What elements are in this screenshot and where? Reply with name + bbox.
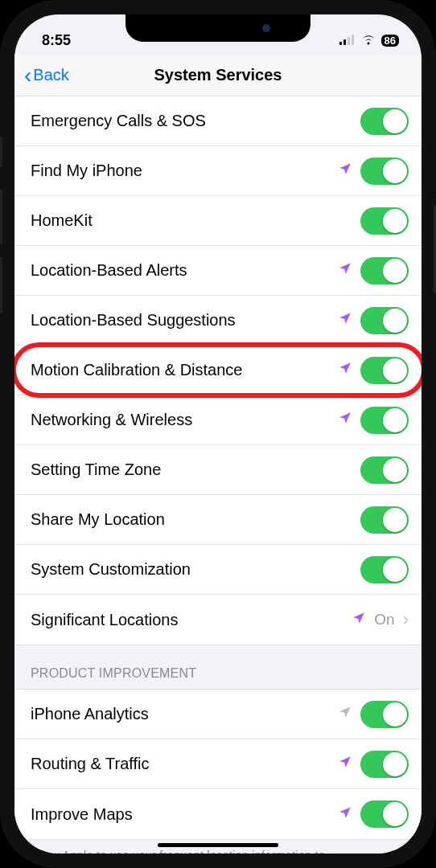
wifi-icon bbox=[360, 32, 376, 49]
location-arrow-icon bbox=[338, 705, 352, 723]
content-scroll[interactable]: Emergency Calls & SOSFind My iPhoneHomeK… bbox=[14, 96, 422, 854]
status-time: 8:55 bbox=[42, 32, 71, 49]
row-label: System Customization bbox=[31, 560, 360, 579]
chevron-right-icon: › bbox=[403, 609, 409, 630]
settings-row-setting-time-zone: Setting Time Zone bbox=[14, 445, 422, 495]
row-trail: On› bbox=[352, 609, 409, 630]
toggle-switch[interactable] bbox=[360, 556, 409, 583]
row-detail: On bbox=[374, 611, 394, 628]
row-trail bbox=[338, 751, 409, 778]
row-trail bbox=[360, 457, 409, 484]
toggle-switch[interactable] bbox=[360, 207, 409, 235]
status-right: 86 bbox=[339, 32, 399, 49]
row-trail bbox=[338, 407, 409, 434]
row-label: Emergency Calls & SOS bbox=[31, 112, 360, 130]
battery-indicator: 86 bbox=[381, 35, 399, 47]
svg-rect-0 bbox=[339, 42, 342, 45]
settings-row-emergency-calls-sos: Emergency Calls & SOS bbox=[14, 96, 422, 146]
toggle-switch[interactable] bbox=[360, 506, 409, 534]
page-title: System Services bbox=[14, 66, 422, 84]
cellular-icon bbox=[339, 32, 356, 49]
settings-row-share-my-location: Share My Location bbox=[14, 495, 422, 545]
row-label: Improve Maps bbox=[31, 805, 338, 824]
back-button[interactable]: ‹ Back bbox=[24, 64, 69, 87]
row-label: Significant Locations bbox=[31, 611, 352, 629]
location-arrow-icon bbox=[338, 162, 352, 180]
location-arrow-icon bbox=[338, 311, 352, 330]
improvement-group: iPhone AnalyticsRouting & TrafficImprove… bbox=[14, 689, 422, 840]
location-arrow-icon bbox=[338, 805, 352, 824]
row-trail bbox=[338, 701, 409, 728]
row-trail bbox=[338, 800, 409, 828]
toggle-switch[interactable] bbox=[360, 158, 409, 185]
svg-rect-1 bbox=[343, 39, 346, 45]
row-trail bbox=[360, 556, 409, 583]
toggle-switch[interactable] bbox=[360, 701, 409, 728]
settings-row-location-based-suggestions: Location-Based Suggestions bbox=[14, 296, 422, 346]
location-arrow-icon bbox=[352, 611, 366, 629]
location-arrow-icon bbox=[338, 261, 352, 280]
settings-row-homekit: HomeKit bbox=[14, 196, 422, 246]
row-trail bbox=[338, 158, 409, 185]
settings-row-iphone-analytics: iPhone Analytics bbox=[14, 690, 422, 739]
toggle-switch[interactable] bbox=[360, 108, 409, 135]
row-label: Location-Based Alerts bbox=[31, 261, 338, 280]
row-trail bbox=[338, 357, 409, 384]
side-button bbox=[0, 137, 2, 167]
toggle-switch[interactable] bbox=[360, 407, 409, 434]
volume-down-button bbox=[0, 257, 2, 313]
settings-row-motion-calibration-distance: Motion Calibration & Distance bbox=[14, 346, 422, 395]
settings-row-location-based-alerts: Location-Based Alerts bbox=[14, 246, 422, 296]
row-trail bbox=[338, 307, 409, 334]
svg-rect-3 bbox=[352, 35, 354, 45]
toggle-switch[interactable] bbox=[360, 307, 409, 334]
toggle-switch[interactable] bbox=[360, 751, 409, 778]
row-trail bbox=[360, 108, 409, 135]
location-arrow-icon bbox=[338, 411, 352, 429]
row-label: Location-Based Suggestions bbox=[31, 311, 338, 330]
row-trail bbox=[360, 207, 409, 235]
location-arrow-icon bbox=[338, 755, 352, 773]
services-group: Emergency Calls & SOSFind My iPhoneHomeK… bbox=[14, 96, 422, 645]
row-trail bbox=[360, 506, 409, 534]
nav-bar: ‹ Back System Services bbox=[14, 55, 422, 96]
row-label: Setting Time Zone bbox=[31, 461, 360, 479]
phone-frame: 8:55 86 ‹ Back System Services Emergency… bbox=[0, 0, 436, 868]
row-label: HomeKit bbox=[31, 211, 360, 230]
back-label: Back bbox=[33, 66, 68, 84]
toggle-switch[interactable] bbox=[360, 457, 409, 484]
settings-row-routing-traffic: Routing & Traffic bbox=[14, 739, 422, 789]
settings-row-significant-locations[interactable]: Significant LocationsOn› bbox=[14, 595, 422, 645]
row-label: Share My Location bbox=[31, 510, 360, 529]
row-label: Networking & Wireless bbox=[31, 411, 338, 429]
settings-row-find-my-iphone: Find My iPhone bbox=[14, 146, 422, 196]
home-indicator[interactable] bbox=[158, 843, 278, 847]
settings-row-system-customization: System Customization bbox=[14, 545, 422, 595]
svg-rect-2 bbox=[348, 37, 350, 45]
chevron-left-icon: ‹ bbox=[24, 64, 31, 87]
row-trail bbox=[338, 257, 409, 285]
row-label: Routing & Traffic bbox=[31, 755, 338, 773]
section-header: PRODUCT IMPROVEMENT bbox=[14, 645, 422, 689]
settings-row-networking-wireless: Networking & Wireless bbox=[14, 395, 422, 445]
toggle-switch[interactable] bbox=[360, 357, 409, 384]
toggle-switch[interactable] bbox=[360, 257, 409, 285]
row-label: iPhone Analytics bbox=[31, 705, 338, 723]
row-label: Motion Calibration & Distance bbox=[31, 361, 338, 379]
volume-up-button bbox=[0, 189, 2, 245]
settings-row-improve-maps: Improve Maps bbox=[14, 789, 422, 839]
notch bbox=[125, 14, 311, 42]
row-label: Find My iPhone bbox=[31, 162, 338, 180]
location-arrow-icon bbox=[338, 361, 352, 379]
screen: 8:55 86 ‹ Back System Services Emergency… bbox=[14, 14, 422, 854]
toggle-switch[interactable] bbox=[360, 800, 409, 828]
